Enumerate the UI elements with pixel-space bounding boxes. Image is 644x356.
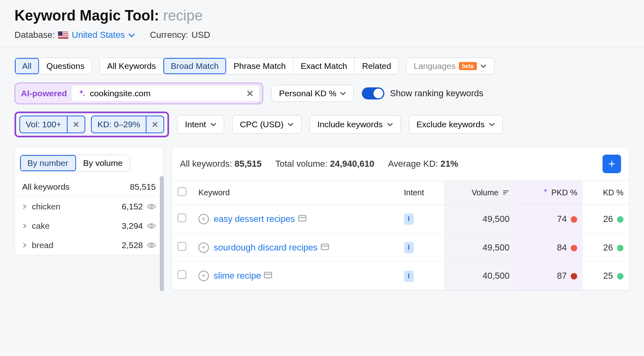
languages-dropdown[interactable]: Languages beta bbox=[406, 58, 494, 75]
cpc-dropdown[interactable]: CPC (USD) bbox=[232, 115, 302, 134]
match-segment: All Keywords Broad Match Phrase Match Ex… bbox=[99, 58, 399, 75]
sidebar-group-name: cake bbox=[32, 221, 50, 231]
cell-pkd: 87 bbox=[515, 262, 583, 290]
intent-label: Intent bbox=[185, 120, 206, 129]
database-value: United States bbox=[72, 30, 125, 40]
sort-by-number[interactable]: By number bbox=[20, 155, 76, 171]
add-keyword-icon[interactable]: + bbox=[198, 271, 209, 281]
cell-pkd: 84 bbox=[515, 233, 583, 262]
personal-kd-dropdown[interactable]: Personal KD % bbox=[271, 85, 353, 102]
svg-point-7 bbox=[150, 225, 153, 227]
include-label: Include keywords bbox=[317, 120, 382, 129]
sidebar-group-row[interactable]: bread2,528 bbox=[15, 236, 163, 255]
select-all-checkbox[interactable] bbox=[178, 187, 186, 196]
table-row: +easy dessert recipesI49,5007426 bbox=[172, 205, 629, 234]
tab-exact-match[interactable]: Exact Match bbox=[293, 58, 355, 74]
exclude-keywords-dropdown[interactable]: Exclude keywords bbox=[409, 115, 503, 134]
filter-chip-kd[interactable]: KD: 0–29% bbox=[91, 116, 164, 133]
col-volume-label: Volume bbox=[472, 188, 499, 197]
sidebar-all-label: All keywords bbox=[22, 182, 70, 192]
add-to-list-button[interactable]: + bbox=[603, 155, 621, 173]
col-intent[interactable]: Intent bbox=[398, 181, 444, 205]
page-query: recipe bbox=[163, 7, 202, 24]
intent-badge: I bbox=[404, 213, 414, 225]
ai-domain-input[interactable] bbox=[86, 89, 246, 98]
tab-all-keywords[interactable]: All Keywords bbox=[100, 58, 163, 74]
summary-total-value: 24,940,610 bbox=[330, 159, 374, 169]
keyword-link[interactable]: sourdough discard recipes bbox=[214, 242, 318, 254]
keyword-link[interactable]: easy dessert recipes bbox=[214, 213, 295, 225]
svg-rect-12 bbox=[299, 215, 306, 221]
mode-segment: All Questions bbox=[14, 58, 92, 75]
eye-icon[interactable] bbox=[147, 203, 156, 210]
cell-kd: 26 bbox=[583, 233, 629, 262]
col-keyword[interactable]: Keyword bbox=[193, 181, 398, 205]
sidebar-group-row[interactable]: cake3,294 bbox=[15, 216, 163, 236]
tab-all[interactable]: All bbox=[15, 58, 39, 74]
beta-badge: beta bbox=[459, 62, 477, 70]
chevron-down-icon bbox=[489, 122, 495, 126]
keyword-link[interactable]: slime recipe bbox=[214, 270, 261, 282]
filter-chip-volume[interactable]: Vol: 100+ bbox=[19, 116, 85, 133]
tab-questions[interactable]: Questions bbox=[39, 58, 92, 74]
col-volume[interactable]: Volume bbox=[444, 181, 515, 205]
clear-domain-icon[interactable] bbox=[246, 89, 254, 97]
sidebar-group-count: 3,294 bbox=[122, 221, 143, 231]
currency-label: Currency: bbox=[150, 30, 188, 40]
eye-icon[interactable] bbox=[147, 242, 156, 248]
intent-badge: I bbox=[404, 242, 414, 253]
filter-chip-volume-label: Vol: 100+ bbox=[20, 116, 67, 132]
table-row: +sourdough discard recipesI49,5008426 bbox=[172, 233, 629, 262]
svg-point-6 bbox=[150, 205, 153, 208]
sidebar-group-count: 6,152 bbox=[122, 202, 143, 211]
difficulty-dot-icon bbox=[571, 273, 577, 279]
keyword-groups-sidebar: By number By volume All keywords 85,515 … bbox=[14, 147, 163, 255]
sidebar-group-row[interactable]: chicken6,152 bbox=[15, 197, 163, 216]
chevron-down-icon bbox=[287, 122, 294, 126]
serp-icon[interactable] bbox=[321, 243, 329, 250]
sidebar-group-name: chicken bbox=[32, 202, 60, 211]
sidebar-scrollbar[interactable] bbox=[160, 176, 164, 255]
page-header: Keyword Magic Tool: recipe Database: Uni… bbox=[0, 0, 644, 48]
sort-segment: By number By volume bbox=[20, 155, 130, 172]
row-checkbox[interactable] bbox=[178, 213, 186, 222]
results-panel: All keywords: 85,515 Total volume: 24,94… bbox=[171, 147, 630, 291]
sidebar-all-keywords-row[interactable]: All keywords 85,515 bbox=[15, 177, 163, 197]
include-keywords-dropdown[interactable]: Include keywords bbox=[310, 115, 400, 134]
ai-domain-input-wrap[interactable] bbox=[71, 85, 260, 102]
tab-phrase-match[interactable]: Phrase Match bbox=[226, 58, 293, 74]
sort-by-volume[interactable]: By volume bbox=[76, 155, 130, 171]
serp-icon[interactable] bbox=[298, 215, 306, 222]
ai-powered-label: AI-powered bbox=[21, 89, 67, 98]
add-keyword-icon[interactable]: + bbox=[198, 214, 209, 224]
filter-chip-volume-close[interactable] bbox=[67, 116, 85, 132]
tab-related[interactable]: Related bbox=[355, 58, 398, 74]
serp-icon[interactable] bbox=[264, 271, 272, 279]
tab-broad-match[interactable]: Broad Match bbox=[163, 58, 226, 74]
table-row: +slime recipeI40,5008725 bbox=[172, 262, 629, 290]
exclude-label: Exclude keywords bbox=[417, 120, 485, 129]
row-checkbox[interactable] bbox=[178, 270, 186, 279]
personal-kd-label: Personal KD % bbox=[279, 89, 336, 98]
col-pkd[interactable]: PKD % bbox=[515, 181, 583, 205]
svg-point-8 bbox=[150, 244, 153, 246]
ranking-toggle-label: Show ranking keywords bbox=[390, 88, 483, 99]
database-selector[interactable]: United States bbox=[58, 30, 135, 40]
eye-icon[interactable] bbox=[147, 223, 156, 229]
col-kd[interactable]: KD % bbox=[583, 181, 629, 205]
filter-chip-kd-close[interactable] bbox=[146, 116, 163, 132]
chevron-down-icon bbox=[480, 64, 487, 68]
intent-dropdown[interactable]: Intent bbox=[177, 115, 224, 134]
sparkle-icon bbox=[542, 188, 549, 195]
svg-rect-14 bbox=[321, 244, 328, 250]
difficulty-dot-icon bbox=[571, 245, 577, 251]
cell-pkd: 74 bbox=[515, 205, 583, 234]
chevron-down-icon bbox=[387, 122, 393, 126]
flag-us-icon bbox=[58, 31, 68, 39]
summary-all-value: 85,515 bbox=[235, 159, 262, 169]
ranking-toggle[interactable] bbox=[362, 87, 384, 99]
filter-area: All Questions All Keywords Broad Match P… bbox=[0, 48, 644, 143]
cpc-label: CPC (USD) bbox=[240, 120, 284, 129]
row-checkbox[interactable] bbox=[178, 242, 186, 251]
add-keyword-icon[interactable]: + bbox=[198, 242, 209, 253]
